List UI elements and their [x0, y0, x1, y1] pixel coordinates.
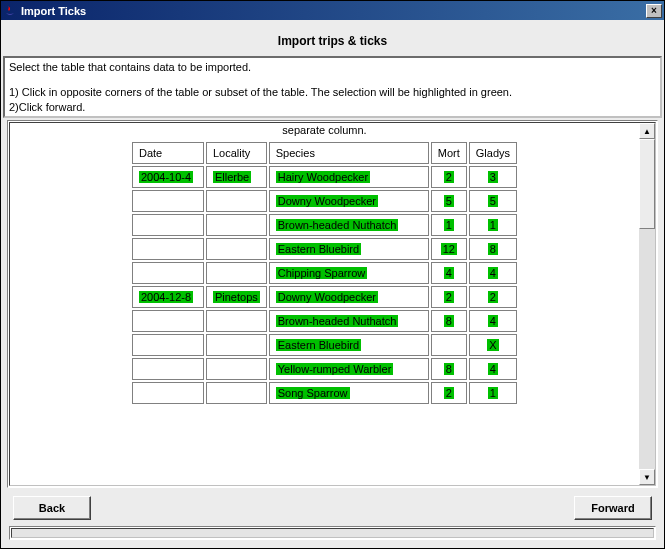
cell-gladys[interactable]: 4	[469, 262, 517, 284]
cell-locality[interactable]	[206, 190, 267, 212]
cell-date[interactable]	[132, 190, 204, 212]
back-button[interactable]: Back	[13, 496, 91, 520]
vertical-scrollbar[interactable]: ▲ ▼	[639, 123, 655, 485]
truncated-line: separate column.	[10, 123, 639, 138]
table-viewport[interactable]: separate column. Date Locality Species M…	[10, 123, 639, 485]
cell-gladys[interactable]: 5	[469, 190, 517, 212]
close-icon[interactable]: ×	[646, 4, 662, 18]
cell-locality[interactable]: Pinetops	[206, 286, 267, 308]
highlighted-value: 5	[488, 195, 498, 207]
highlighted-value: 1	[488, 219, 498, 231]
table-row[interactable]: Brown-headed Nuthatch11	[132, 214, 517, 236]
cell-locality[interactable]	[206, 310, 267, 332]
cell-locality[interactable]	[206, 238, 267, 260]
title-bar: Import Ticks ×	[1, 1, 664, 20]
cell-species[interactable]: Hairy Woodpecker	[269, 166, 429, 188]
cell-locality[interactable]	[206, 382, 267, 404]
cell-gladys[interactable]: X	[469, 334, 517, 356]
highlighted-value: Brown-headed Nuthatch	[276, 219, 399, 231]
cell-locality[interactable]	[206, 358, 267, 380]
cell-gladys[interactable]: 1	[469, 214, 517, 236]
cell-date[interactable]	[132, 382, 204, 404]
table-row[interactable]: Chipping Sparrow44	[132, 262, 517, 284]
highlighted-value: 4	[488, 315, 498, 327]
cell-mort[interactable]: 12	[431, 238, 467, 260]
cell-date[interactable]	[132, 238, 204, 260]
cell-mort[interactable]: 8	[431, 358, 467, 380]
highlighted-value: 8	[488, 243, 498, 255]
cell-locality[interactable]	[206, 334, 267, 356]
cell-mort[interactable]: 1	[431, 214, 467, 236]
cell-species[interactable]: Brown-headed Nuthatch	[269, 310, 429, 332]
cell-locality[interactable]	[206, 262, 267, 284]
table-row[interactable]: Yellow-rumped Warbler84	[132, 358, 517, 380]
cell-species[interactable]: Downy Woodpecker	[269, 190, 429, 212]
highlighted-value: 5	[444, 195, 454, 207]
highlighted-value: Eastern Bluebird	[276, 243, 361, 255]
instructions-step2: 2)Click forward.	[9, 100, 656, 114]
table-row[interactable]: Song Sparrow21	[132, 382, 517, 404]
cell-date[interactable]: 2004-12-8	[132, 286, 204, 308]
cell-date[interactable]	[132, 334, 204, 356]
cell-gladys[interactable]: 1	[469, 382, 517, 404]
table-header-row: Date Locality Species Mort Gladys	[132, 142, 517, 164]
highlighted-value: X	[487, 339, 498, 351]
instructions-step1: 1) Click in opposite corners of the tabl…	[9, 85, 656, 99]
forward-button[interactable]: Forward	[574, 496, 652, 520]
scroll-down-icon[interactable]: ▼	[639, 469, 655, 485]
cell-mort[interactable]: 2	[431, 166, 467, 188]
highlighted-value: Hairy Woodpecker	[276, 171, 370, 183]
cell-mort[interactable]: 2	[431, 286, 467, 308]
cell-mort[interactable]: 5	[431, 190, 467, 212]
highlighted-value: Downy Woodpecker	[276, 291, 378, 303]
highlighted-value: Yellow-rumped Warbler	[276, 363, 394, 375]
cell-date[interactable]	[132, 310, 204, 332]
table-row[interactable]: Downy Woodpecker55	[132, 190, 517, 212]
cell-mort[interactable]: 8	[431, 310, 467, 332]
highlighted-value: 1	[444, 219, 454, 231]
cell-date[interactable]: 2004-10-4	[132, 166, 204, 188]
cell-species[interactable]: Chipping Sparrow	[269, 262, 429, 284]
cell-date[interactable]	[132, 262, 204, 284]
table-row[interactable]: 2004-12-8PinetopsDowny Woodpecker22	[132, 286, 517, 308]
cell-mort[interactable]: 4	[431, 262, 467, 284]
progress-bar	[9, 526, 656, 540]
table-row[interactable]: Eastern Bluebird128	[132, 238, 517, 260]
cell-species[interactable]: Eastern Bluebird	[269, 238, 429, 260]
scroll-up-icon[interactable]: ▲	[639, 123, 655, 139]
cell-gladys[interactable]: 4	[469, 358, 517, 380]
highlighted-value: Ellerbe	[213, 171, 251, 183]
cell-date[interactable]	[132, 358, 204, 380]
table-row[interactable]: Eastern BluebirdX	[132, 334, 517, 356]
cell-locality[interactable]	[206, 214, 267, 236]
cell-gladys[interactable]: 4	[469, 310, 517, 332]
cell-mort[interactable]: 2	[431, 382, 467, 404]
scroll-track[interactable]	[639, 139, 655, 469]
highlighted-value: Chipping Sparrow	[276, 267, 367, 279]
table-scrollpane: separate column. Date Locality Species M…	[7, 120, 658, 488]
import-table[interactable]: Date Locality Species Mort Gladys 2004-1…	[130, 140, 519, 406]
cell-species[interactable]: Eastern Bluebird	[269, 334, 429, 356]
cell-date[interactable]	[132, 214, 204, 236]
cell-locality[interactable]: Ellerbe	[206, 166, 267, 188]
col-header-gladys: Gladys	[469, 142, 517, 164]
cell-species[interactable]: Downy Woodpecker	[269, 286, 429, 308]
cell-gladys[interactable]: 2	[469, 286, 517, 308]
highlighted-value: 8	[444, 315, 454, 327]
cell-gladys[interactable]: 8	[469, 238, 517, 260]
highlighted-value: 4	[444, 267, 454, 279]
highlighted-value: 2004-10-4	[139, 171, 193, 183]
page-heading: Import trips & ticks	[1, 24, 664, 56]
highlighted-value: Pinetops	[213, 291, 260, 303]
cell-mort[interactable]	[431, 334, 467, 356]
cell-species[interactable]: Brown-headed Nuthatch	[269, 214, 429, 236]
col-header-locality: Locality	[206, 142, 267, 164]
cell-species[interactable]: Yellow-rumped Warbler	[269, 358, 429, 380]
table-row[interactable]: Brown-headed Nuthatch84	[132, 310, 517, 332]
java-icon	[3, 4, 17, 18]
window-body: Import trips & ticks Select the table th…	[1, 20, 664, 548]
cell-gladys[interactable]: 3	[469, 166, 517, 188]
table-row[interactable]: 2004-10-4EllerbeHairy Woodpecker23	[132, 166, 517, 188]
cell-species[interactable]: Song Sparrow	[269, 382, 429, 404]
scroll-thumb[interactable]	[639, 139, 655, 229]
